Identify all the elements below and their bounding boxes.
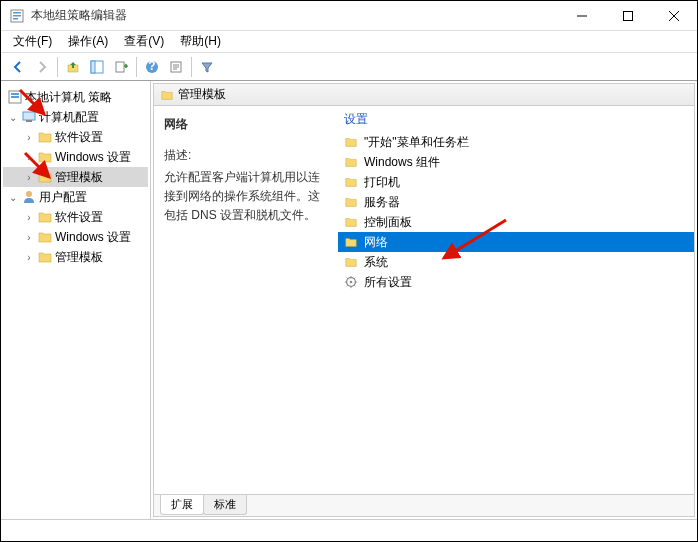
folder-icon: [37, 149, 53, 165]
arrow-right-icon: [35, 60, 49, 74]
tree-user-config[interactable]: ⌄ 用户配置: [3, 187, 148, 207]
item-list[interactable]: "开始"菜单和任务栏Windows 组件打印机服务器控制面板网络系统所有设置: [338, 132, 694, 494]
tab-extended[interactable]: 扩展: [160, 495, 204, 515]
tree-label: 本地计算机 策略: [25, 89, 112, 106]
svg-rect-16: [11, 93, 19, 95]
tree-label: Windows 设置: [55, 229, 131, 246]
tree-label: 管理模板: [55, 249, 103, 266]
expand-icon[interactable]: ›: [23, 232, 35, 243]
folder-icon: [344, 175, 358, 189]
list-item[interactable]: 控制面板: [338, 212, 694, 232]
list-item[interactable]: 服务器: [338, 192, 694, 212]
expand-icon[interactable]: ›: [23, 212, 35, 223]
expand-icon[interactable]: ›: [23, 132, 35, 143]
titlebar: 本地组策略编辑器: [1, 1, 697, 31]
tree-windows-settings[interactable]: › Windows 设置: [3, 147, 148, 167]
svg-rect-8: [116, 62, 124, 72]
back-button[interactable]: [7, 56, 29, 78]
settings-icon: [344, 275, 358, 289]
menu-file[interactable]: 文件(F): [5, 31, 60, 52]
list-area: 设置 "开始"菜单和任务栏Windows 组件打印机服务器控制面板网络系统所有设…: [338, 106, 694, 494]
list-item[interactable]: 系统: [338, 252, 694, 272]
svg-rect-1: [13, 12, 21, 14]
folder-icon: [344, 215, 358, 229]
svg-rect-4: [624, 11, 633, 20]
tree-admin-templates[interactable]: › 管理模板: [3, 167, 148, 187]
tree-label: 软件设置: [55, 129, 103, 146]
folder-icon: [37, 129, 53, 145]
folder-icon: [37, 229, 53, 245]
menu-help[interactable]: 帮助(H): [172, 31, 229, 52]
expand-icon[interactable]: ›: [23, 152, 35, 163]
user-icon: [21, 189, 37, 205]
list-item[interactable]: 打印机: [338, 172, 694, 192]
menu-action[interactable]: 操作(A): [60, 31, 116, 52]
svg-point-20: [26, 191, 32, 197]
app-icon: [9, 8, 25, 24]
window-title: 本地组策略编辑器: [31, 7, 559, 24]
close-button[interactable]: [651, 1, 697, 30]
svg-rect-18: [23, 112, 35, 120]
tree-icon: [90, 60, 104, 74]
export-button[interactable]: [110, 56, 132, 78]
forward-button[interactable]: [31, 56, 53, 78]
tree-label: 用户配置: [39, 189, 87, 206]
tree-label: Windows 设置: [55, 149, 131, 166]
svg-rect-19: [26, 120, 32, 122]
separator: [191, 57, 192, 77]
svg-rect-2: [13, 15, 21, 17]
tree-root[interactable]: 本地计算机 策略: [3, 87, 148, 107]
list-item-label: "开始"菜单和任务栏: [364, 134, 469, 151]
properties-button[interactable]: [165, 56, 187, 78]
tree-software-settings[interactable]: › 软件设置: [3, 127, 148, 147]
svg-rect-17: [11, 96, 19, 98]
svg-text:?: ?: [148, 60, 155, 73]
list-item[interactable]: 网络: [338, 232, 694, 252]
folder-icon: [344, 155, 358, 169]
list-item[interactable]: "开始"菜单和任务栏: [338, 132, 694, 152]
maximize-icon: [623, 11, 633, 21]
content-area: 本地计算机 策略 ⌄ 计算机配置 › 软件设置 › Windows 设置 › 管…: [1, 81, 697, 519]
folder-icon: [37, 209, 53, 225]
tree-user-admin-templates[interactable]: › 管理模板: [3, 247, 148, 267]
folder-icon: [344, 255, 358, 269]
collapse-icon[interactable]: ⌄: [7, 192, 19, 203]
separator: [57, 57, 58, 77]
expand-icon[interactable]: ›: [23, 252, 35, 263]
list-item[interactable]: Windows 组件: [338, 152, 694, 172]
view-tabs: 扩展 标准: [154, 494, 694, 516]
tree-user-windows-settings[interactable]: › Windows 设置: [3, 227, 148, 247]
details-panel: 管理模板 网络 描述: 允许配置客户端计算机用以连接到网络的操作系统组件。这包括…: [153, 83, 695, 517]
description-text: 允许配置客户端计算机用以连接到网络的操作系统组件。这包括 DNS 设置和脱机文件…: [164, 168, 328, 226]
help-button[interactable]: ?: [141, 56, 163, 78]
menu-view[interactable]: 查看(V): [116, 31, 172, 52]
svg-rect-3: [13, 18, 18, 20]
folder-icon: [37, 249, 53, 265]
minimize-button[interactable]: [559, 1, 605, 30]
description-label: 描述:: [164, 147, 328, 164]
properties-icon: [169, 60, 183, 74]
tab-standard[interactable]: 标准: [203, 495, 247, 515]
filter-button[interactable]: [196, 56, 218, 78]
tree-user-software-settings[interactable]: › 软件设置: [3, 207, 148, 227]
maximize-button[interactable]: [605, 1, 651, 30]
details-header: 管理模板: [154, 84, 694, 106]
list-item-label: 所有设置: [364, 274, 412, 291]
tree-panel[interactable]: 本地计算机 策略 ⌄ 计算机配置 › 软件设置 › Windows 设置 › 管…: [1, 81, 151, 519]
minimize-icon: [577, 11, 587, 21]
tree-label: 计算机配置: [39, 109, 99, 126]
folder-icon: [160, 88, 174, 102]
tree-computer-config[interactable]: ⌄ 计算机配置: [3, 107, 148, 127]
list-item[interactable]: 所有设置: [338, 272, 694, 292]
svg-point-22: [350, 281, 353, 284]
list-item-label: 控制面板: [364, 214, 412, 231]
folder-up-icon: [66, 60, 80, 74]
up-button[interactable]: [62, 56, 84, 78]
collapse-icon[interactable]: ⌄: [7, 112, 19, 123]
list-column-header[interactable]: 设置: [338, 106, 694, 132]
expand-icon[interactable]: ›: [23, 172, 35, 183]
close-icon: [669, 11, 679, 21]
folder-icon: [344, 195, 358, 209]
details-title: 管理模板: [178, 86, 226, 103]
show-hide-tree-button[interactable]: [86, 56, 108, 78]
